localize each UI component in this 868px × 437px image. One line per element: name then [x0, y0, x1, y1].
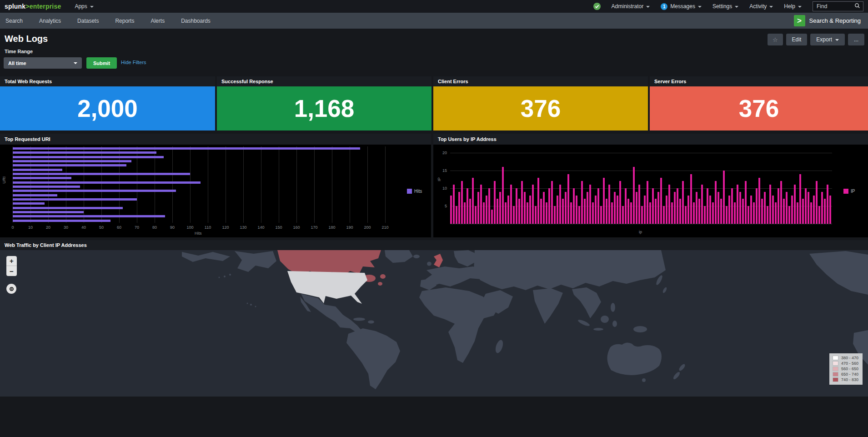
ip-bar[interactable]: [450, 196, 452, 224]
ip-bar[interactable]: [453, 185, 455, 224]
ip-bar[interactable]: [578, 206, 580, 224]
ip-bar[interactable]: [532, 185, 534, 224]
ip-bar[interactable]: [529, 196, 531, 224]
search-icon[interactable]: [854, 3, 860, 10]
user-menu[interactable]: Administrator: [612, 3, 650, 10]
apps-menu[interactable]: Apps: [75, 3, 93, 10]
ip-bar[interactable]: [810, 202, 812, 224]
ip-bar[interactable]: [456, 206, 457, 224]
ip-bar[interactable]: [668, 185, 670, 224]
ip-bar[interactable]: [611, 202, 613, 224]
ip-bar[interactable]: [488, 188, 490, 224]
single-value-result[interactable]: 376: [433, 86, 648, 131]
ip-bar[interactable]: [709, 196, 711, 224]
ip-bar[interactable]: [559, 185, 561, 224]
ip-bar[interactable]: [543, 192, 545, 224]
ip-bar[interactable]: [567, 174, 569, 224]
ip-bar[interactable]: [527, 202, 528, 224]
ip-bar[interactable]: [491, 210, 493, 224]
ip-bar[interactable]: [630, 202, 632, 224]
uri-bar[interactable]: [13, 215, 165, 217]
ip-bar[interactable]: [562, 199, 564, 224]
ip-bar[interactable]: [818, 206, 820, 224]
uri-bar[interactable]: [13, 151, 156, 154]
ip-bar[interactable]: [685, 206, 687, 224]
ip-bar[interactable]: [636, 192, 637, 224]
uri-bar[interactable]: [13, 169, 62, 171]
ip-bar[interactable]: [715, 181, 717, 224]
ip-bar[interactable]: [701, 185, 703, 224]
more-actions-button[interactable]: ...: [848, 34, 864, 45]
ip-bar[interactable]: [633, 167, 635, 224]
uri-bar[interactable]: [13, 160, 131, 162]
uri-bar[interactable]: [13, 194, 57, 196]
export-button[interactable]: Export: [810, 34, 845, 45]
ip-bar[interactable]: [712, 202, 714, 224]
ip-bar[interactable]: [663, 206, 665, 224]
ip-bar[interactable]: [458, 192, 460, 224]
ip-bar[interactable]: [802, 199, 804, 224]
ip-bar[interactable]: [717, 192, 719, 224]
ip-bar[interactable]: [827, 185, 828, 224]
ip-bar[interactable]: [595, 196, 597, 224]
ip-bar[interactable]: [494, 181, 496, 224]
activity-menu[interactable]: Activity: [749, 3, 773, 10]
ip-bar[interactable]: [808, 192, 809, 224]
appnav-item-datasets[interactable]: Datasets: [77, 18, 99, 24]
ip-bar[interactable]: [649, 202, 651, 224]
ip-bar[interactable]: [464, 202, 466, 224]
ip-bar[interactable]: [797, 202, 798, 224]
ip-bar[interactable]: [783, 199, 785, 224]
ip-bar[interactable]: [584, 199, 586, 224]
favorite-button[interactable]: ☆: [768, 34, 783, 45]
submit-button[interactable]: Submit: [86, 57, 117, 69]
ip-bar[interactable]: [652, 188, 654, 224]
ip-bar[interactable]: [617, 196, 618, 224]
appnav-item-search[interactable]: Search: [5, 18, 23, 24]
ip-bar[interactable]: [764, 192, 766, 224]
ip-bar[interactable]: [767, 206, 768, 224]
help-menu[interactable]: Help: [784, 3, 802, 10]
ip-bar[interactable]: [805, 188, 807, 224]
ip-bar[interactable]: [592, 202, 594, 224]
ip-bar[interactable]: [775, 202, 777, 224]
ip-bar[interactable]: [728, 196, 730, 224]
ip-bar[interactable]: [679, 199, 681, 224]
ip-bar[interactable]: [731, 188, 733, 224]
uri-bar[interactable]: [13, 202, 45, 205]
ip-bar[interactable]: [786, 192, 788, 224]
ip-chart-plot[interactable]: IP ip IP 5101520: [433, 145, 868, 237]
ip-bar[interactable]: [734, 202, 736, 224]
ip-bar[interactable]: [794, 185, 796, 224]
ip-bar[interactable]: [548, 188, 550, 224]
ip-bar[interactable]: [698, 199, 700, 224]
ip-bar[interactable]: [720, 199, 722, 224]
map-region-united-states[interactable]: [287, 271, 367, 304]
ip-bar[interactable]: [674, 192, 676, 224]
ip-bar[interactable]: [589, 185, 591, 224]
ip-bar[interactable]: [573, 188, 575, 224]
ip-bar[interactable]: [475, 206, 477, 224]
find-search-box[interactable]: [813, 1, 863, 11]
ip-bar[interactable]: [821, 192, 823, 224]
ip-bar[interactable]: [726, 206, 728, 224]
ip-bar[interactable]: [677, 188, 678, 224]
appnav-item-reports[interactable]: Reports: [115, 18, 134, 24]
ip-bar[interactable]: [576, 196, 577, 224]
appnav-item-alerts[interactable]: Alerts: [151, 18, 165, 24]
ip-bar[interactable]: [565, 192, 567, 224]
uri-bar[interactable]: [13, 198, 137, 201]
zoom-out-button[interactable]: −: [6, 266, 17, 276]
app-chooser-search-reporting[interactable]: > Search & Reporting: [794, 15, 863, 26]
ip-bar[interactable]: [513, 206, 515, 224]
ip-bar[interactable]: [486, 196, 487, 224]
ip-bar[interactable]: [502, 167, 504, 224]
ip-bar[interactable]: [499, 192, 501, 224]
uri-chart-plot[interactable]: URI Hits Hits 01020304050607080901001101…: [0, 145, 431, 237]
ip-bar[interactable]: [518, 199, 520, 224]
ip-bar[interactable]: [829, 196, 831, 224]
ip-bar[interactable]: [570, 202, 572, 224]
ip-bar[interactable]: [707, 188, 708, 224]
ip-bar[interactable]: [627, 199, 629, 224]
ip-bar[interactable]: [742, 199, 744, 224]
